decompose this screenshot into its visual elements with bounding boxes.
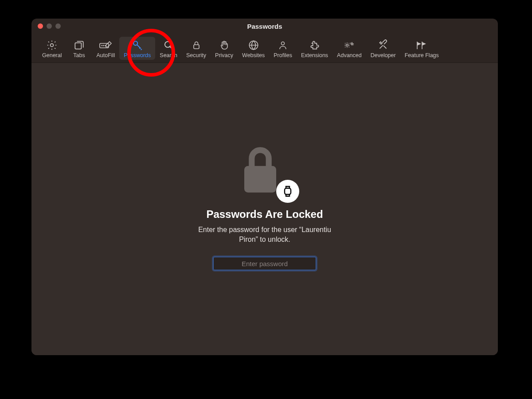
svg-rect-8 (194, 45, 199, 49)
autofill-icon (99, 39, 112, 52)
tools-icon (377, 39, 389, 52)
tab-extensions[interactable]: Extensions (297, 37, 332, 60)
tab-label: Profiles (274, 52, 292, 59)
window-title: Passwords (31, 23, 498, 30)
tab-label: Search (160, 52, 177, 59)
svg-rect-1 (75, 43, 82, 49)
hand-icon (219, 39, 230, 52)
flags-icon (415, 39, 428, 52)
tab-tabs[interactable]: Tabs (66, 37, 92, 60)
tab-autofill[interactable]: AutoFill (92, 37, 119, 60)
person-icon (278, 39, 288, 52)
puzzle-icon (309, 39, 321, 52)
tab-label: Websites (242, 52, 265, 59)
svg-point-12 (351, 43, 353, 45)
tab-search[interactable]: Search (155, 37, 182, 60)
tab-label: Developer (371, 52, 396, 59)
tab-security[interactable]: Security (182, 37, 211, 60)
tab-label: Advanced (337, 52, 362, 59)
locked-panel: Passwords Are Locked Enter the password … (167, 143, 362, 270)
svg-rect-13 (244, 166, 276, 193)
tab-advanced[interactable]: Advanced (332, 37, 366, 60)
tab-feature-flags[interactable]: Feature Flags (400, 37, 443, 60)
tab-passwords[interactable]: Passwords (119, 37, 155, 60)
tab-websites[interactable]: Websites (238, 37, 269, 60)
svg-point-7 (165, 41, 171, 47)
tab-label: Passwords (124, 52, 151, 59)
tab-label: Privacy (215, 52, 233, 59)
close-window-button[interactable] (38, 23, 43, 29)
svg-rect-14 (285, 188, 291, 194)
svg-point-0 (51, 43, 54, 46)
svg-point-6 (133, 41, 137, 45)
lock-icon (191, 39, 202, 52)
traffic-lights (31, 23, 61, 29)
tab-label: Security (186, 52, 206, 59)
tabs-icon (73, 39, 85, 52)
globe-icon (248, 39, 259, 52)
locked-title: Passwords Are Locked (206, 208, 323, 221)
search-icon (163, 39, 174, 52)
tab-label: Feature Flags (405, 52, 439, 59)
tab-general[interactable]: General (38, 37, 66, 60)
watch-badge-icon (276, 180, 299, 203)
tab-label: General (42, 52, 62, 59)
locked-subtitle: Enter the password for the user “Laurent… (189, 225, 340, 244)
svg-point-10 (282, 42, 285, 45)
tab-label: AutoFill (96, 52, 115, 59)
gears-icon (343, 39, 356, 52)
svg-point-11 (346, 44, 348, 46)
password-input[interactable] (213, 257, 316, 270)
zoom-window-button[interactable] (55, 23, 61, 29)
preferences-toolbar: General Tabs AutoFill (31, 34, 498, 63)
minimize-window-button[interactable] (47, 23, 52, 29)
svg-point-4 (104, 45, 104, 46)
titlebar: Passwords (31, 19, 498, 34)
svg-point-3 (102, 45, 102, 46)
passwords-content: Passwords Are Locked Enter the password … (31, 63, 498, 355)
tab-label: Extensions (301, 52, 328, 59)
gear-icon (46, 39, 58, 52)
key-icon (132, 39, 143, 52)
preferences-window: Passwords General Tabs (31, 19, 498, 355)
tab-privacy[interactable]: Privacy (211, 37, 238, 60)
tab-profiles[interactable]: Profiles (269, 37, 297, 60)
tab-label: Tabs (73, 52, 85, 59)
tab-developer[interactable]: Developer (366, 37, 400, 60)
lock-large-icon (238, 143, 291, 200)
